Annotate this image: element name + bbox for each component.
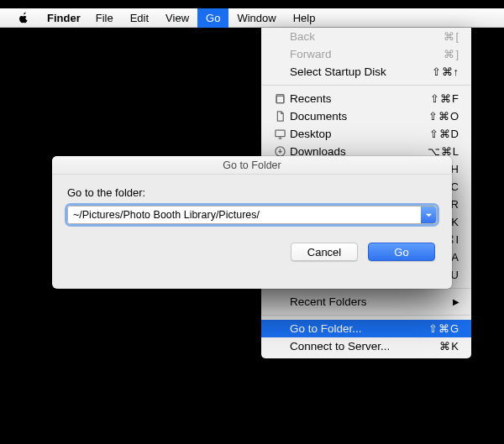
shortcut: ⇧⌘G [428, 322, 459, 335]
submenu-arrow-icon: ▶ [453, 297, 459, 306]
shortcut: ⌘[ [444, 30, 459, 43]
shortcut: ⇧⌘↑ [432, 65, 460, 78]
documents-icon [271, 110, 288, 123]
shortcut: ⇧⌘O [428, 110, 459, 123]
menu-label: Forward [290, 48, 444, 60]
cancel-button[interactable]: Cancel [291, 243, 358, 261]
menu-separator [262, 315, 470, 316]
go-menu-connect-server[interactable]: Connect to Server... ⌘K [261, 337, 471, 355]
chevron-down-icon [425, 212, 433, 219]
desktop-icon [271, 128, 288, 140]
shortcut: ⇧⌘F [430, 92, 459, 105]
combobox-dropdown-button[interactable] [421, 206, 436, 223]
menu-label: Connect to Server... [290, 340, 439, 353]
menubar-window[interactable]: Window [228, 8, 284, 28]
dialog-prompt: Go to the folder: [67, 186, 437, 199]
button-label: Go [394, 246, 408, 259]
go-menu-startup-disk[interactable]: Select Startup Disk ⇧⌘↑ [261, 63, 471, 81]
button-label: Cancel [307, 246, 341, 259]
go-to-folder-dialog: Go to Folder Go to the folder: Cancel Go [52, 156, 452, 289]
menubar: Finder File Edit View Go Window Help [0, 8, 504, 28]
svg-rect-2 [275, 130, 284, 137]
menu-label: Documents [290, 110, 428, 123]
menubar-view[interactable]: View [157, 8, 197, 28]
svg-rect-1 [276, 96, 284, 102]
go-menu-recent-folders[interactable]: Recent Folders ▶ [261, 293, 471, 311]
shortcut: ⌘K [439, 340, 459, 353]
go-menu-forward: Forward ⌘] [261, 45, 471, 63]
menu-separator [262, 85, 470, 86]
folder-path-combobox[interactable] [67, 206, 437, 224]
menubar-app[interactable]: Finder [40, 8, 87, 28]
go-menu-recents[interactable]: Recents ⇧⌘F [261, 90, 471, 107]
menu-label: Select Startup Disk [290, 65, 432, 78]
go-menu-documents[interactable]: Documents ⇧⌘O [261, 107, 471, 125]
apple-icon [18, 12, 29, 24]
apple-menu[interactable] [17, 12, 30, 24]
menu-label: Go to Folder... [290, 322, 428, 335]
menu-label: Recent Folders [290, 295, 453, 308]
dialog-title: Go to Folder [52, 156, 452, 175]
menu-label: Back [290, 30, 444, 43]
menubar-edit[interactable]: Edit [122, 8, 157, 28]
menubar-help[interactable]: Help [285, 8, 324, 28]
go-menu-go-to-folder[interactable]: Go to Folder... ⇧⌘G [261, 320, 471, 337]
shortcut: ⌘] [444, 48, 459, 60]
go-button[interactable]: Go [368, 243, 435, 261]
folder-path-input[interactable] [68, 206, 421, 223]
menu-label: Recents [290, 92, 430, 105]
menubar-go[interactable]: Go [197, 8, 228, 28]
recents-icon [271, 92, 288, 105]
shortcut: ⇧⌘D [429, 128, 459, 140]
menubar-file[interactable]: File [87, 8, 122, 28]
menu-label: Desktop [290, 128, 429, 140]
go-menu-desktop[interactable]: Desktop ⇧⌘D [261, 125, 471, 143]
go-menu-back: Back ⌘[ [261, 28, 471, 45]
